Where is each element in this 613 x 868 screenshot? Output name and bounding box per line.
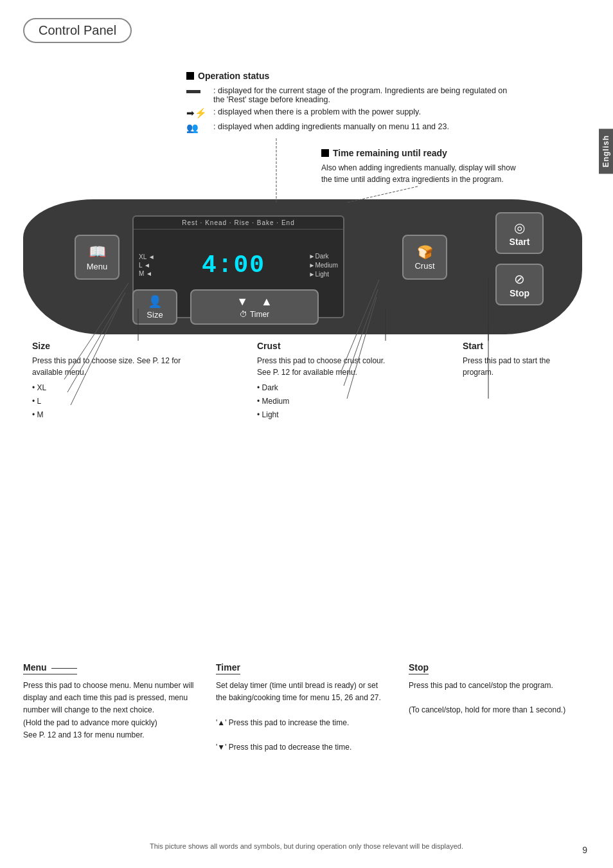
size-display: XL ◄ L ◄ M ◄ <box>139 253 155 277</box>
op-item-1: : displayed for the current stage of the… <box>186 86 508 104</box>
start-annotation-desc: Press this pad to start the program. <box>463 355 565 378</box>
crust-annotation-section: Crust Press this pad to choose crust col… <box>257 341 398 423</box>
operation-status-title: Operation status <box>186 71 508 81</box>
start-annotation-section: Start Press this pad to start the progra… <box>463 341 565 381</box>
stop-button[interactable]: ⊘ Stop <box>495 264 544 305</box>
timer-bottom-col: Timer Set delay timer (time until bread … <box>216 662 389 754</box>
crust-dark-item: • Dark <box>257 382 398 394</box>
panel-container: 📖 Menu Rest · Knead · Rise · Bake · End … <box>23 199 582 341</box>
size-xl-item: • XL <box>32 382 186 394</box>
people-icon: 👥 <box>186 122 209 134</box>
size-annotation-title: Size <box>32 341 186 351</box>
timer-clock-icon: ⏱ <box>240 310 247 319</box>
timer-bottom-text: Set delay timer (time until bread is rea… <box>216 680 389 754</box>
crust-button[interactable]: 🍞 Crust <box>402 235 447 280</box>
time-remaining-section: Time remaining until ready Also when add… <box>321 148 527 185</box>
menu-bottom-text: Press this pad to choose menu. Menu numb… <box>23 680 197 741</box>
stop-bottom-col: Stop Press this pad to cancel/stop the p… <box>409 662 582 754</box>
english-tab: English <box>599 129 613 174</box>
menu-book-icon: 📖 <box>89 244 106 260</box>
arrow-plug-icon: ➡⚡ <box>186 107 209 119</box>
stop-bottom-title: Stop <box>409 662 429 674</box>
timer-arrows: ▼ ▲ <box>236 295 272 309</box>
menu-bottom-title: Menu <box>23 662 77 674</box>
crust-annotation-title: Crust <box>257 341 398 351</box>
op-item-2: ➡⚡ : displayed when there is a problem w… <box>186 107 508 119</box>
dash-icon <box>186 86 209 96</box>
bread-machine-panel: 📖 Menu Rest · Knead · Rise · Bake · End … <box>23 199 582 334</box>
crust-light-item: • Light <box>257 409 398 421</box>
size-annotation-desc: Press this pad to choose size. See P. 12… <box>32 355 186 378</box>
crust-annotation-desc: Press this pad to choose crust colour. S… <box>257 355 398 378</box>
size-m-item: • M <box>32 409 186 421</box>
size-person-icon: 👤 <box>148 294 162 309</box>
timer-down-arrow: ▼ <box>236 295 248 309</box>
timer-button[interactable]: ▼ ▲ ⏱ Timer <box>190 289 319 325</box>
crust-bread-icon: 🍞 <box>417 244 433 260</box>
crust-medium-item: • Medium <box>257 395 398 408</box>
start-button-label: Start <box>510 237 530 247</box>
menu-button[interactable]: 📖 Menu <box>75 235 120 280</box>
size-list: • XL • L • M <box>32 382 186 422</box>
start-circle-icon: ◎ <box>514 220 525 235</box>
english-label: English <box>601 135 610 167</box>
operation-status-section: Operation status : displayed for the cur… <box>186 71 508 137</box>
time-remaining-title: Time remaining until ready <box>321 148 527 158</box>
start-annotation-title: Start <box>463 341 565 351</box>
crust-display: ►Dark ►Medium ►Light <box>309 253 338 278</box>
size-l-item: • L <box>32 395 186 408</box>
size-annotation-section: Size Press this pad to choose size. See … <box>32 341 186 423</box>
timer-bottom-title: Timer <box>216 662 240 674</box>
title-square-icon <box>186 72 194 80</box>
timer-up-arrow: ▲ <box>261 295 272 309</box>
crust-button-label: Crust <box>414 261 434 271</box>
page-number: 9 <box>582 845 587 855</box>
bottom-columns: Menu Press this pad to choose menu. Menu… <box>23 662 582 754</box>
crust-list: • Dark • Medium • Light <box>257 382 398 422</box>
clock-display: 4:00 <box>159 251 309 279</box>
start-button[interactable]: ◎ Start <box>495 212 544 254</box>
menu-bottom-col: Menu Press this pad to choose menu. Menu… <box>23 662 197 754</box>
size-button-label: Size <box>147 310 163 320</box>
progress-bar: Rest · Knead · Rise · Bake · End <box>134 217 343 230</box>
footer-note: This picture shows all words and symbols… <box>0 842 613 850</box>
stop-button-label: Stop <box>510 288 529 298</box>
menu-button-label: Menu <box>87 262 108 271</box>
page-title: Control Panel <box>23 18 132 43</box>
op-item-3: 👥 : displayed when adding ingredients ma… <box>186 122 508 134</box>
stop-circle-icon: ⊘ <box>514 271 525 287</box>
size-button[interactable]: 👤 Size <box>132 289 177 325</box>
timer-label: ⏱ Timer <box>240 310 269 319</box>
time-title-square-icon <box>321 149 329 157</box>
stop-bottom-text: Press this pad to cancel/stop the progra… <box>409 680 582 717</box>
